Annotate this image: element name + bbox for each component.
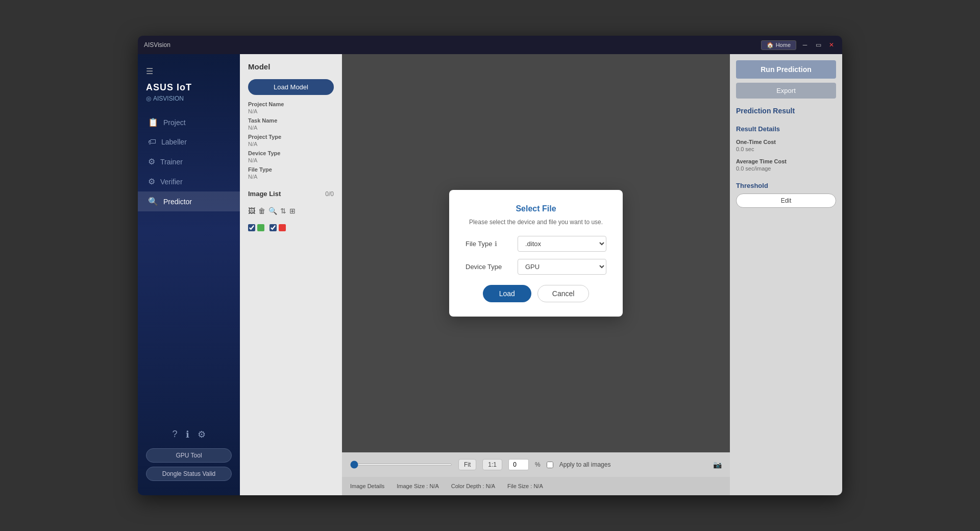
screenshot-icon[interactable]: 📷 (713, 461, 722, 469)
info-icon[interactable]: ℹ (186, 429, 189, 440)
legend-red-color (279, 224, 286, 231)
edit-threshold-button[interactable]: Edit (736, 194, 836, 208)
model-section-title: Model (248, 62, 334, 71)
help-icon[interactable]: ? (172, 429, 177, 440)
main-area: Select File Please select the device and… (342, 54, 730, 495)
sort-icon[interactable]: ⇅ (280, 207, 286, 215)
apply-all-label: Apply to all images (559, 461, 611, 468)
minimize-button[interactable]: ─ (800, 40, 810, 50)
one-time-cost-row: One-Time Cost 0.0 sec (736, 139, 836, 152)
legend-item-red (270, 224, 286, 231)
app-title: AISVision (144, 41, 170, 49)
file-type-value: N/A (248, 174, 334, 180)
modal-overlay: Select File Please select the device and… (342, 54, 730, 452)
image-canvas: Select File Please select the device and… (342, 54, 730, 452)
image-list-toolbar: 🖼 🗑 🔍 ⇅ ⊞ (248, 207, 334, 215)
legend-green-color (257, 224, 264, 231)
file-size-label: File Size : N/A (507, 483, 543, 489)
file-type-row: File Type ℹ .ditox .onnx .pt (465, 236, 606, 252)
file-type-select[interactable]: .ditox .onnx .pt (518, 236, 606, 252)
image-list-header: Image List 0/0 (248, 190, 334, 198)
image-size-label: Image Size : N/A (397, 483, 439, 489)
task-name-label: Task Name (248, 117, 334, 124)
home-icon: 🏠 (767, 42, 774, 49)
labeller-icon: 🏷 (148, 137, 156, 147)
project-type-label: Project Type (248, 134, 334, 140)
add-image-icon[interactable]: 🖼 (248, 207, 255, 215)
sidebar-item-verifier[interactable]: ⚙ Verifier (138, 172, 240, 191)
image-list-title: Image List (248, 190, 281, 198)
verifier-icon: ⚙ (148, 177, 155, 186)
gpu-tool-button[interactable]: GPU Tool (146, 448, 232, 463)
modal-title: Select File (465, 204, 606, 213)
file-type-info-icon[interactable]: ℹ (495, 240, 497, 248)
device-type-label: Device Type (248, 150, 334, 156)
logo-icon: ◎ (146, 95, 151, 102)
home-button[interactable]: 🏠 Home (761, 40, 796, 50)
remove-image-icon[interactable]: 🗑 (258, 207, 265, 215)
logo-sub: ◎ AISVISION (146, 95, 232, 102)
logo-text: ASUS IoT (146, 82, 232, 93)
device-type-form-label: Device Type (465, 263, 511, 271)
export-button[interactable]: Export (736, 83, 836, 99)
apply-all-checkbox[interactable] (547, 462, 553, 468)
sidebar-item-labeller[interactable]: 🏷 Labeller (138, 132, 240, 152)
sidebar-item-predictor[interactable]: 🔍 Predictor (138, 191, 240, 211)
close-button[interactable]: ✕ (827, 40, 836, 50)
zoom-slider[interactable] (350, 464, 452, 466)
device-type-select[interactable]: GPU CPU (518, 259, 606, 275)
bottom-toolbar: Fit 1:1 % Apply to all images 📷 (342, 452, 730, 477)
legend-red-checkbox[interactable] (270, 224, 277, 231)
model-info: Project Name N/A Task Name N/A Project T… (248, 101, 334, 180)
hamburger-icon[interactable]: ☰ (146, 66, 232, 76)
main-window: AISVision 🏠 Home ─ ▭ ✕ ☰ ASUS IoT ◎ AISV… (138, 36, 842, 495)
zoom-percent-label: % (535, 461, 541, 468)
right-panel: Run Prediction Export Prediction Result … (730, 54, 842, 495)
file-type-form-label: File Type ℹ (465, 240, 511, 248)
result-details-title: Result Details (736, 125, 836, 133)
left-panel: Model Load Model Project Name N/A Task N… (240, 54, 342, 495)
device-type-row: Device Type GPU CPU (465, 259, 606, 275)
project-icon: 📋 (148, 117, 158, 127)
ratio-button[interactable]: 1:1 (482, 459, 502, 470)
image-details-title: Image Details (350, 483, 384, 489)
image-count: 0/0 (325, 190, 334, 198)
one-time-cost-label: One-Time Cost (736, 139, 836, 145)
sidebar: ☰ ASUS IoT ◎ AISVISION 📋 Project 🏷 Label… (138, 54, 240, 495)
color-depth-label: Color Depth : N/A (451, 483, 495, 489)
threshold-title: Threshold (736, 182, 836, 189)
load-button[interactable]: Load (483, 285, 531, 302)
one-time-cost-value: 0.0 sec (736, 146, 836, 152)
settings-icon[interactable]: ⚙ (198, 429, 206, 440)
modal-buttons: Load Cancel (465, 285, 606, 302)
load-model-button[interactable]: Load Model (248, 79, 334, 95)
zoom-value-input[interactable] (508, 459, 529, 470)
sidebar-item-trainer[interactable]: ⚙ Trainer (138, 152, 240, 172)
run-prediction-button[interactable]: Run Prediction (736, 60, 836, 79)
sidebar-bottom: ? ℹ ⚙ GPU Tool Dongle Status Valid (138, 423, 240, 487)
task-name-value: N/A (248, 125, 334, 131)
average-time-cost-label: Average Time Cost (736, 158, 836, 164)
main-content: ☰ ASUS IoT ◎ AISVISION 📋 Project 🏷 Label… (138, 54, 842, 495)
device-type-value: N/A (248, 157, 334, 163)
window-controls: 🏠 Home ─ ▭ ✕ (761, 40, 836, 50)
dongle-status-button[interactable]: Dongle Status Valid (146, 467, 232, 481)
select-file-dialog: Select File Please select the device and… (449, 190, 623, 317)
legend-row (248, 224, 334, 231)
legend-green-checkbox[interactable] (248, 224, 255, 231)
sidebar-icon-row: ? ℹ ⚙ (146, 429, 232, 440)
project-name-value: N/A (248, 108, 334, 114)
search-icon[interactable]: 🔍 (268, 207, 277, 215)
prediction-result-title: Prediction Result (736, 107, 836, 115)
predictor-icon: 🔍 (148, 197, 158, 206)
logo-area: ☰ ASUS IoT ◎ AISVISION (138, 62, 240, 112)
average-time-cost-row: Average Time Cost 0.0 sec/image (736, 158, 836, 172)
resize-icon[interactable]: ⊞ (289, 207, 296, 215)
fit-button[interactable]: Fit (458, 459, 476, 470)
restore-button[interactable]: ▭ (814, 40, 823, 50)
legend-item-green (248, 224, 264, 231)
sidebar-item-project[interactable]: 📋 Project (138, 112, 240, 132)
project-name-label: Project Name (248, 101, 334, 107)
titlebar: AISVision 🏠 Home ─ ▭ ✕ (138, 36, 842, 54)
cancel-button[interactable]: Cancel (537, 285, 590, 302)
